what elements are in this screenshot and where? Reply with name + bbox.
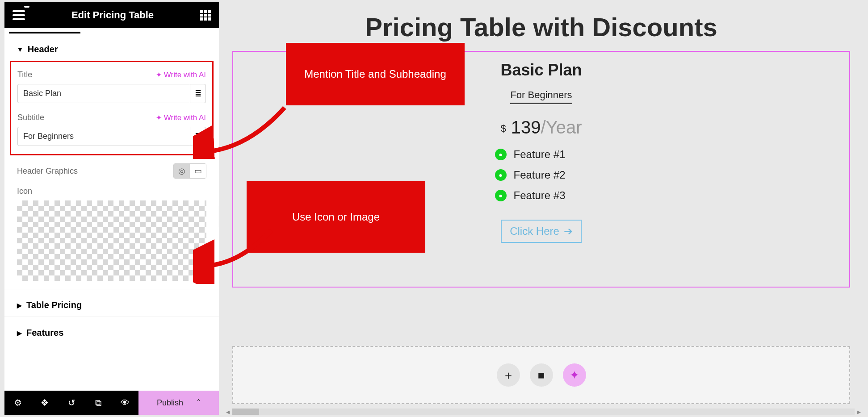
notification-dot [24, 6, 29, 8]
sparkle-icon: ✦ [156, 113, 162, 122]
check-dot-icon: ● [495, 149, 507, 160]
image-icon: ▭ [194, 166, 202, 176]
subtitle-dynamic-button[interactable]: ≣ [190, 127, 206, 146]
section-header[interactable]: ▼ Header [4, 33, 219, 61]
graphics-image-option[interactable]: ▭ [190, 164, 206, 178]
graphics-toggle: ◎ ▭ [173, 163, 206, 179]
write-with-ai-subtitle[interactable]: ✦ Write with AI [156, 113, 206, 122]
database-icon: ≣ [195, 89, 201, 99]
editor-topbar: Edit Pricing Table [4, 2, 219, 28]
caret-down-icon: ▼ [17, 46, 23, 53]
title-dynamic-button[interactable]: ≣ [190, 84, 206, 103]
add-section-dropzone[interactable]: ＋ ■ ✦ [232, 346, 850, 404]
write-with-ai-title[interactable]: ✦ Write with AI [156, 71, 206, 79]
folder-button[interactable]: ■ [530, 363, 553, 387]
caret-right-icon: ▶ [17, 329, 22, 337]
card-subtitle: For Beginners [510, 89, 572, 104]
page-title: Pricing Table with Discounts [219, 12, 864, 42]
title-label: Title [17, 70, 32, 79]
icon-label: Icon [17, 187, 206, 196]
subtitle-label: Subtitle [17, 113, 44, 122]
feature-item: ●Feature #3 [495, 189, 600, 202]
cta-button[interactable]: Click Here ➔ [501, 220, 582, 243]
sidebar-body: ▼ Header Title ✦ Write with AI ≣ Subtitl… [4, 33, 219, 415]
annotation-callout-1: Mention Title and Subheading [286, 43, 465, 105]
check-dot-icon: ● [495, 190, 507, 201]
apps-grid-icon[interactable] [200, 10, 211, 21]
section-features[interactable]: ▶ Features [4, 317, 219, 344]
preview-icon[interactable]: 👁 [112, 391, 138, 415]
preview-canvas: Pricing Table with Discounts Mention Tit… [219, 2, 864, 415]
publish-button[interactable]: Publish ˄ [138, 391, 219, 415]
scroll-right-arrow[interactable]: ▸ [855, 408, 864, 416]
selected-widget-outline: Mention Title and Subheading Use Icon or… [232, 51, 850, 288]
history-icon[interactable]: ↺ [58, 391, 85, 415]
database-icon: ≣ [195, 132, 201, 142]
feature-item: ●Feature #2 [495, 169, 600, 181]
scroll-thumb[interactable] [232, 409, 259, 415]
subtitle-input[interactable] [17, 127, 190, 146]
ai-button[interactable]: ✦ [563, 363, 586, 387]
person-icon: ◎ [178, 166, 185, 176]
menu-icon[interactable] [13, 10, 25, 20]
editor-title: Edit Pricing Table [71, 9, 154, 21]
chevron-up-icon: ˄ [197, 398, 201, 408]
feature-list: ●Feature #1 ●Feature #2 ●Feature #3 [483, 148, 600, 202]
section-table-pricing[interactable]: ▶ Table Pricing [4, 289, 219, 317]
card-title: Basic Plan [483, 61, 600, 79]
section-header-label: Header [28, 44, 58, 54]
caret-right-icon: ▶ [17, 302, 22, 309]
editor-bottombar: ⚙ ❖ ↺ ⧉ 👁 Publish ˄ [4, 391, 219, 415]
arrow-right-icon: ➔ [564, 225, 573, 238]
horizontal-scrollbar[interactable]: ◂ ▸ [223, 408, 864, 416]
title-input[interactable] [17, 84, 190, 103]
settings-icon[interactable]: ⚙ [4, 391, 31, 415]
graphics-icon-option[interactable]: ◎ [174, 164, 190, 178]
responsive-icon[interactable]: ⧉ [85, 391, 112, 415]
header-graphics-label: Header Graphics [17, 167, 78, 176]
check-dot-icon: ● [495, 169, 507, 181]
pricing-card: Basic Plan For Beginners $ 139/Year ●Fea… [483, 61, 600, 243]
card-price: $ 139/Year [483, 117, 600, 138]
feature-item: ●Feature #1 [495, 148, 600, 161]
add-widget-button[interactable]: ＋ [497, 363, 520, 387]
annotation-callout-2: Use Icon or Image [247, 181, 425, 253]
scroll-left-arrow[interactable]: ◂ [223, 408, 232, 416]
icon-picker[interactable] [17, 200, 206, 281]
highlighted-fields: Title ✦ Write with AI ≣ Subtitle ✦ Write… [10, 61, 214, 155]
sparkle-icon: ✦ [156, 71, 162, 79]
layers-icon[interactable]: ❖ [31, 391, 58, 415]
editor-sidebar: Edit Pricing Table ▼ Header Title ✦ Writ… [4, 2, 219, 415]
